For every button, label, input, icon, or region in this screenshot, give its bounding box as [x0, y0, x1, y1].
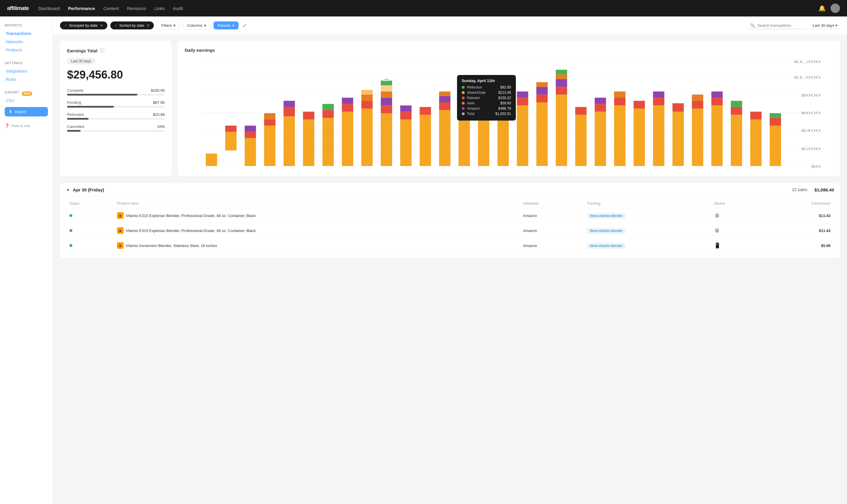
svg-rect-16 — [225, 126, 237, 132]
how-to-use[interactable]: ❓ How to use — [5, 124, 48, 128]
close-sorted-icon[interactable]: ✕ — [146, 23, 150, 28]
col-status: Status — [66, 199, 113, 208]
notification-bell-icon[interactable]: 🔔 — [818, 5, 826, 12]
search-input[interactable] — [757, 23, 804, 28]
row-product: a Vitamix E310 Explorian Blender, Profes… — [113, 223, 520, 238]
presets-button[interactable]: Presets ▾ — [214, 21, 238, 30]
svg-rect-94 — [711, 91, 723, 97]
import-button[interactable]: ⬆ Import — [5, 107, 48, 116]
help-icon: ❓ — [5, 124, 10, 128]
sidebar-reports-section: REPORTS Transactions Networks Products — [5, 23, 48, 54]
svg-rect-79 — [614, 106, 626, 166]
table-wrapper: Status Product name Advertiser Tracking … — [60, 199, 840, 258]
svg-rect-99 — [750, 112, 762, 120]
sidebar: REPORTS Transactions Networks Products S… — [0, 16, 53, 504]
row-advertiser: Amazon — [520, 223, 583, 238]
expand-icon[interactable]: ⤢ — [242, 23, 247, 28]
amazon-brand-icon: a — [117, 212, 124, 219]
tooltip-shareasale-name: ShareASale — [467, 91, 496, 95]
sidebar-reports-label: REPORTS — [5, 23, 48, 27]
tooltip-total-val: $1,002.91 — [495, 112, 511, 116]
stat-cancelled-value: 10% — [157, 124, 165, 129]
table-row: a Vitamix Immersion Blender, Stainless S… — [66, 238, 834, 253]
svg-rect-46 — [400, 112, 412, 120]
top-navigation: affilimate Dashboard Performance Content… — [0, 0, 847, 16]
svg-rect-35 — [361, 101, 373, 108]
export-label-row: EXPORT NEW — [5, 91, 48, 96]
nav-dashboard[interactable]: Dashboard — [38, 6, 60, 11]
row-device: 📱 — [710, 238, 760, 253]
tooltip-refersion-val: $92.85 — [500, 85, 511, 89]
tooltip-awin: Awin $59.60 — [462, 101, 511, 105]
svg-rect-87 — [672, 112, 684, 166]
tooltip-refersion-name: Refersion — [467, 85, 498, 89]
sidebar-item-networks[interactable]: Networks — [5, 38, 48, 46]
svg-rect-102 — [770, 113, 781, 118]
check-icon: ✓ — [64, 23, 67, 28]
stat-cancelled-label: Cancelled — [67, 124, 84, 129]
svg-rect-81 — [614, 91, 626, 97]
chart-area: Sunday, April 11th Refersion $92.85 Shar… — [185, 57, 833, 169]
svg-rect-86 — [653, 91, 664, 97]
chevron-down-icon-4: ▾ — [835, 23, 837, 28]
date-group-header[interactable]: ▼ Apr 30 (Friday) 22 sales $1,086.40 — [60, 183, 840, 197]
svg-rect-62 — [517, 106, 528, 166]
sidebar-item-rules[interactable]: Rules — [5, 75, 48, 84]
svg-text:$0: $0 — [811, 164, 821, 168]
nav-links[interactable]: Links — [155, 6, 165, 11]
stat-pending-value: $87.00 — [153, 100, 165, 105]
sidebar-item-csv[interactable]: CSV — [5, 96, 48, 105]
tooltip-amazon-val: $486.79 — [498, 106, 511, 111]
svg-rect-50 — [439, 110, 451, 166]
earnings-title-text: Earnings Total — [67, 48, 97, 53]
svg-rect-40 — [381, 97, 392, 105]
svg-rect-17 — [245, 138, 256, 166]
close-grouped-icon[interactable]: ✕ — [100, 23, 103, 28]
tracking-tag-3[interactable]: /best-vitamix-blender — [587, 243, 626, 249]
chart-card: Daily earnings Sunday, April 11th Refers… — [178, 40, 840, 176]
svg-rect-97 — [731, 101, 742, 107]
svg-rect-71 — [556, 79, 567, 87]
sidebar-item-transactions[interactable]: Transactions — [5, 30, 48, 38]
tracking-tag-2[interactable]: /best-vitamix-blender — [587, 228, 626, 234]
tooltip-awin-name: Awin — [467, 101, 498, 105]
avatar[interactable] — [831, 3, 840, 13]
svg-rect-89 — [692, 108, 703, 166]
nav-revisions[interactable]: Revisions — [127, 6, 146, 11]
svg-rect-98 — [750, 120, 762, 166]
row-device: 🖥 — [710, 208, 760, 223]
date-range-selector[interactable]: Last 30 days ▾ — [810, 22, 840, 29]
group-sales: 22 sales — [792, 187, 807, 192]
filters-button[interactable]: Filters ▾ — [157, 21, 180, 30]
columns-button[interactable]: Columns ▾ — [183, 21, 211, 30]
sidebar-item-products[interactable]: Products — [5, 46, 48, 54]
svg-rect-73 — [556, 70, 567, 74]
sorted-by-date-tag[interactable]: ✓ Sorted by date ✕ — [110, 21, 154, 30]
col-device: Device — [710, 199, 760, 208]
svg-text:$1,200: $1,200 — [793, 60, 821, 64]
grouped-by-date-tag[interactable]: ✓ Grouped by date ✕ — [60, 21, 107, 30]
nav-audit[interactable]: Audit — [173, 6, 183, 11]
shareasale-dot — [462, 91, 465, 94]
svg-rect-48 — [420, 115, 431, 166]
chevron-down-icon: ▾ — [174, 23, 176, 28]
svg-rect-70 — [556, 87, 567, 94]
svg-rect-29 — [322, 110, 334, 118]
logo[interactable]: affilimate — [7, 5, 29, 12]
svg-rect-83 — [633, 101, 645, 108]
amazon-dot — [462, 107, 465, 110]
svg-text:$800: $800 — [801, 93, 821, 97]
status-dot-green-3 — [69, 244, 72, 247]
nav-content[interactable]: Content — [103, 6, 119, 11]
nav-performance[interactable]: Performance — [68, 6, 95, 11]
svg-rect-22 — [264, 113, 275, 120]
collapse-icon[interactable]: ▼ — [66, 187, 70, 192]
toolbar: ✓ Grouped by date ✕ ✓ Sorted by date ✕ F… — [53, 16, 847, 35]
search-box[interactable]: 🔍 — [748, 22, 807, 29]
svg-rect-53 — [439, 91, 451, 96]
status-dot-green — [69, 214, 72, 217]
sidebar-item-integrations[interactable]: Integrations — [5, 67, 48, 75]
svg-rect-39 — [381, 106, 392, 113]
info-icon[interactable]: ⓘ — [100, 48, 104, 54]
tracking-tag[interactable]: /best-vitamix-blender — [587, 213, 626, 219]
